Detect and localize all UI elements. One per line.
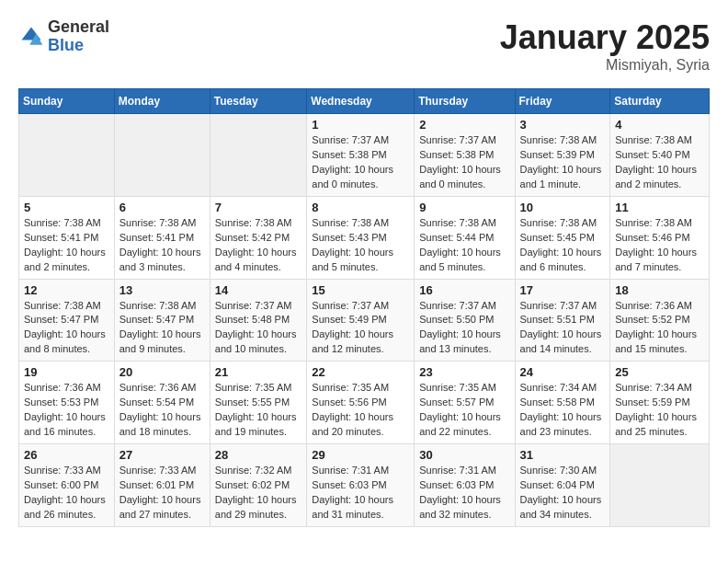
day-number: 10	[520, 201, 606, 214]
day-number: 12	[24, 283, 109, 297]
day-info: Sunrise: 7:35 AMSunset: 5:55 PMDaylight:…	[215, 381, 302, 440]
day-info: Sunrise: 7:37 AMSunset: 5:49 PMDaylight:…	[312, 299, 409, 358]
day-number: 8	[312, 201, 409, 214]
day-number: 27	[119, 448, 205, 462]
calendar-cell: 2Sunrise: 7:37 AMSunset: 5:38 PMDaylight…	[415, 114, 515, 197]
day-number: 17	[520, 283, 606, 297]
calendar-cell: 30Sunrise: 7:31 AMSunset: 6:03 PMDayligh…	[415, 444, 515, 527]
day-info: Sunrise: 7:38 AMSunset: 5:40 PMDaylight:…	[615, 133, 704, 192]
logo-blue: Blue	[48, 37, 109, 55]
day-info: Sunrise: 7:37 AMSunset: 5:38 PMDaylight:…	[419, 133, 509, 192]
calendar-cell: 3Sunrise: 7:38 AMSunset: 5:39 PMDaylight…	[515, 114, 610, 197]
day-number: 19	[24, 365, 109, 379]
calendar-cell: 19Sunrise: 7:36 AMSunset: 5:53 PMDayligh…	[19, 362, 115, 444]
day-number: 15	[312, 283, 409, 297]
calendar-cell: 18Sunrise: 7:36 AMSunset: 5:52 PMDayligh…	[610, 279, 710, 362]
day-info: Sunrise: 7:37 AMSunset: 5:51 PMDaylight:…	[520, 299, 606, 358]
title-block: January 2025 Mismiyah, Syria	[500, 18, 710, 74]
day-number: 11	[615, 201, 704, 214]
calendar-cell: 15Sunrise: 7:37 AMSunset: 5:49 PMDayligh…	[307, 279, 415, 362]
day-info: Sunrise: 7:38 AMSunset: 5:47 PMDaylight:…	[24, 299, 109, 358]
day-number: 9	[419, 201, 509, 214]
day-info: Sunrise: 7:31 AMSunset: 6:03 PMDaylight:…	[419, 464, 509, 523]
calendar-cell: 29Sunrise: 7:31 AMSunset: 6:03 PMDayligh…	[307, 444, 415, 527]
day-info: Sunrise: 7:38 AMSunset: 5:45 PMDaylight:…	[520, 216, 606, 275]
weekday-header-wednesday: Wednesday	[307, 89, 415, 114]
day-info: Sunrise: 7:37 AMSunset: 5:38 PMDaylight:…	[312, 133, 409, 192]
day-number: 24	[520, 365, 606, 379]
day-info: Sunrise: 7:38 AMSunset: 5:43 PMDaylight:…	[312, 216, 409, 275]
calendar-cell: 17Sunrise: 7:37 AMSunset: 5:51 PMDayligh…	[515, 279, 610, 362]
calendar-header: SundayMondayTuesdayWednesdayThursdayFrid…	[19, 89, 710, 114]
day-info: Sunrise: 7:33 AMSunset: 6:00 PMDaylight:…	[24, 464, 109, 523]
calendar-cell: 8Sunrise: 7:38 AMSunset: 5:43 PMDaylight…	[307, 196, 415, 279]
logo-general: General	[48, 18, 109, 37]
calendar-table: SundayMondayTuesdayWednesdayThursdayFrid…	[18, 88, 710, 527]
logo: General Blue	[18, 18, 109, 55]
logo-text: General Blue	[48, 18, 109, 55]
calendar-cell: 10Sunrise: 7:38 AMSunset: 5:45 PMDayligh…	[515, 196, 610, 279]
day-number: 31	[520, 448, 606, 462]
calendar-cell: 28Sunrise: 7:32 AMSunset: 6:02 PMDayligh…	[210, 444, 307, 527]
calendar-cell	[210, 114, 307, 197]
weekday-header-row: SundayMondayTuesdayWednesdayThursdayFrid…	[19, 89, 710, 114]
day-number: 13	[119, 283, 205, 297]
day-info: Sunrise: 7:38 AMSunset: 5:47 PMDaylight:…	[119, 299, 205, 358]
day-info: Sunrise: 7:37 AMSunset: 5:48 PMDaylight:…	[215, 299, 302, 358]
day-info: Sunrise: 7:38 AMSunset: 5:41 PMDaylight:…	[24, 216, 109, 275]
day-number: 26	[24, 448, 109, 462]
calendar-cell	[19, 114, 115, 197]
calendar-cell: 23Sunrise: 7:35 AMSunset: 5:57 PMDayligh…	[415, 362, 515, 444]
day-number: 22	[312, 365, 409, 379]
day-info: Sunrise: 7:35 AMSunset: 5:57 PMDaylight:…	[419, 381, 509, 440]
day-info: Sunrise: 7:31 AMSunset: 6:03 PMDaylight:…	[312, 464, 409, 523]
calendar-cell: 1Sunrise: 7:37 AMSunset: 5:38 PMDaylight…	[307, 114, 415, 197]
day-number: 16	[419, 283, 509, 297]
calendar-cell: 13Sunrise: 7:38 AMSunset: 5:47 PMDayligh…	[114, 279, 210, 362]
day-info: Sunrise: 7:38 AMSunset: 5:41 PMDaylight:…	[119, 216, 205, 275]
day-number: 14	[215, 283, 302, 297]
day-number: 6	[119, 201, 205, 214]
calendar-cell	[610, 444, 710, 527]
calendar-cell: 25Sunrise: 7:34 AMSunset: 5:59 PMDayligh…	[610, 362, 710, 444]
calendar-cell: 21Sunrise: 7:35 AMSunset: 5:55 PMDayligh…	[210, 362, 307, 444]
day-number: 2	[419, 118, 509, 132]
logo-icon	[18, 24, 44, 50]
calendar-cell: 11Sunrise: 7:38 AMSunset: 5:46 PMDayligh…	[610, 196, 710, 279]
day-number: 18	[615, 283, 704, 297]
calendar-cell: 9Sunrise: 7:38 AMSunset: 5:44 PMDaylight…	[415, 196, 515, 279]
day-info: Sunrise: 7:30 AMSunset: 6:04 PMDaylight:…	[520, 464, 606, 523]
calendar-week-1: 1Sunrise: 7:37 AMSunset: 5:38 PMDaylight…	[19, 114, 710, 197]
day-info: Sunrise: 7:32 AMSunset: 6:02 PMDaylight:…	[215, 464, 302, 523]
day-number: 28	[215, 448, 302, 462]
weekday-header-friday: Friday	[515, 89, 610, 114]
calendar-cell: 7Sunrise: 7:38 AMSunset: 5:42 PMDaylight…	[210, 196, 307, 279]
day-number: 30	[419, 448, 509, 462]
weekday-header-thursday: Thursday	[415, 89, 515, 114]
day-number: 1	[312, 118, 409, 132]
day-info: Sunrise: 7:36 AMSunset: 5:54 PMDaylight:…	[119, 381, 205, 440]
day-info: Sunrise: 7:36 AMSunset: 5:53 PMDaylight:…	[24, 381, 109, 440]
page-header: General Blue January 2025 Mismiyah, Syri…	[18, 18, 710, 74]
day-info: Sunrise: 7:34 AMSunset: 5:58 PMDaylight:…	[520, 381, 606, 440]
calendar-subtitle: Mismiyah, Syria	[500, 57, 710, 74]
calendar-body: 1Sunrise: 7:37 AMSunset: 5:38 PMDaylight…	[19, 114, 710, 527]
day-number: 4	[615, 118, 704, 132]
day-info: Sunrise: 7:38 AMSunset: 5:46 PMDaylight:…	[615, 216, 704, 275]
calendar-cell: 26Sunrise: 7:33 AMSunset: 6:00 PMDayligh…	[19, 444, 115, 527]
day-number: 7	[215, 201, 302, 214]
day-info: Sunrise: 7:34 AMSunset: 5:59 PMDaylight:…	[615, 381, 704, 440]
calendar-cell: 4Sunrise: 7:38 AMSunset: 5:40 PMDaylight…	[610, 114, 710, 197]
calendar-cell: 27Sunrise: 7:33 AMSunset: 6:01 PMDayligh…	[114, 444, 210, 527]
calendar-cell	[114, 114, 210, 197]
day-info: Sunrise: 7:36 AMSunset: 5:52 PMDaylight:…	[615, 299, 704, 358]
calendar-cell: 16Sunrise: 7:37 AMSunset: 5:50 PMDayligh…	[415, 279, 515, 362]
calendar-cell: 31Sunrise: 7:30 AMSunset: 6:04 PMDayligh…	[515, 444, 610, 527]
calendar-week-3: 12Sunrise: 7:38 AMSunset: 5:47 PMDayligh…	[19, 279, 710, 362]
day-number: 3	[520, 118, 606, 132]
day-info: Sunrise: 7:33 AMSunset: 6:01 PMDaylight:…	[119, 464, 205, 523]
day-number: 23	[419, 365, 509, 379]
weekday-header-saturday: Saturday	[610, 89, 710, 114]
calendar-cell: 6Sunrise: 7:38 AMSunset: 5:41 PMDaylight…	[114, 196, 210, 279]
day-number: 21	[215, 365, 302, 379]
